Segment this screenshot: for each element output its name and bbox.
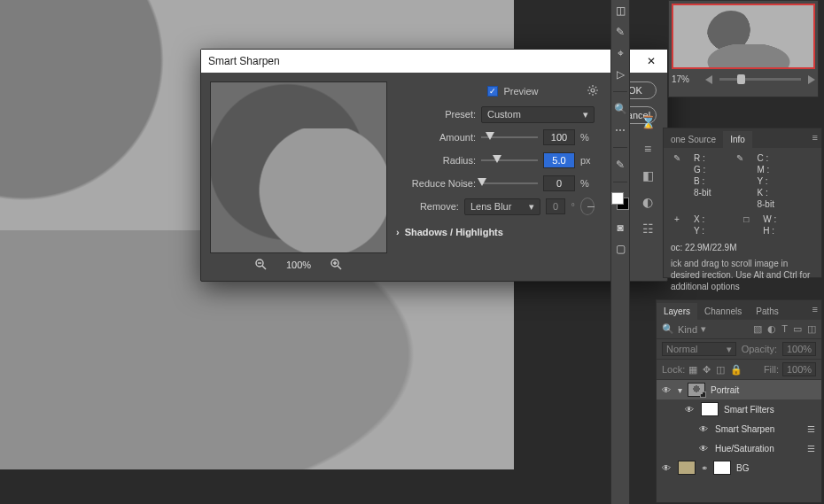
properties-panel-icon[interactable]: ◧ bbox=[642, 168, 654, 182]
blend-mode-select[interactable]: Normal▾ bbox=[662, 342, 736, 356]
preview-checkbox[interactable]: ✓ bbox=[487, 86, 498, 97]
filter-adjust-icon[interactable]: ◐ bbox=[767, 323, 776, 335]
preset-label: Preset: bbox=[396, 109, 476, 120]
noise-slider[interactable] bbox=[481, 175, 538, 191]
radius-slider[interactable] bbox=[481, 152, 538, 168]
more-tools-icon[interactable]: ⋯ bbox=[613, 123, 627, 137]
layer-filter-smart-sharpen[interactable]: 👁 Smart Sharpen ☰ bbox=[657, 419, 821, 438]
layer-filter-kind[interactable]: 🔍 Kind ▾ bbox=[662, 323, 750, 335]
layer-thumbnail[interactable] bbox=[678, 461, 696, 475]
close-icon[interactable]: ✕ bbox=[642, 55, 660, 67]
zoom-out-icon[interactable] bbox=[705, 75, 712, 84]
zoom-in-icon[interactable] bbox=[330, 259, 342, 270]
screenmode-icon[interactable]: ▢ bbox=[613, 242, 627, 256]
visibility-icon[interactable]: 👁 bbox=[697, 444, 710, 454]
pen-tool-icon[interactable]: ▷ bbox=[613, 67, 627, 81]
tab-paths[interactable]: Paths bbox=[749, 303, 786, 320]
collapsed-panels-strip: ⌛ ≡ ◧ ◐ ☷ bbox=[634, 115, 661, 236]
preview-thumbnail[interactable] bbox=[210, 81, 387, 253]
info-hint: ick and drag to scroll image in desired … bbox=[664, 256, 821, 298]
info-b: B : bbox=[694, 176, 711, 186]
lock-pixels-icon[interactable]: ▦ bbox=[688, 364, 697, 375]
chevron-down-icon: ▾ bbox=[583, 109, 588, 120]
zoom-in-icon[interactable] bbox=[808, 75, 815, 84]
layer-smart-filters[interactable]: 👁 Smart Filters bbox=[657, 399, 821, 419]
tab-clone-source[interactable]: one Source bbox=[664, 131, 723, 148]
navigator-zoom-slider[interactable] bbox=[719, 78, 801, 81]
layers-tree: 👁 ▾ Portrait 👁 Smart Filters 👁 Smart Sha… bbox=[657, 380, 821, 502]
panel-menu-icon[interactable]: ≡ bbox=[812, 132, 818, 143]
adjustments-panel-icon[interactable]: ◐ bbox=[642, 195, 653, 209]
amount-slider[interactable] bbox=[481, 129, 538, 145]
shadows-highlights-toggle[interactable]: › Shadows / Highlights bbox=[396, 227, 595, 237]
filter-type-icon[interactable]: T bbox=[781, 323, 788, 335]
fill-input[interactable]: 100% bbox=[782, 362, 816, 376]
angle-dial[interactable] bbox=[580, 198, 595, 215]
amount-unit: % bbox=[580, 132, 595, 143]
filter-mask-thumbnail[interactable] bbox=[701, 402, 719, 416]
zoom-tool-icon[interactable]: 🔍 bbox=[613, 102, 627, 116]
amount-input[interactable]: 100 bbox=[543, 129, 575, 145]
zoom-level: 100% bbox=[286, 260, 311, 270]
layer-mask-thumbnail[interactable] bbox=[713, 461, 731, 475]
chevron-down-icon: ▾ bbox=[529, 201, 534, 213]
zoom-out-icon[interactable] bbox=[255, 259, 267, 270]
history-panel-icon[interactable]: ⌛ bbox=[641, 115, 656, 129]
svg-line-4 bbox=[338, 266, 341, 269]
chevron-down-icon: ▾ bbox=[701, 323, 706, 335]
eyedropper-tool-icon[interactable]: ✎ bbox=[613, 25, 627, 39]
filter-shape-icon[interactable]: ▭ bbox=[793, 323, 802, 335]
actions-panel-icon[interactable]: ≡ bbox=[644, 142, 651, 156]
navigator-zoom-value: 17% bbox=[672, 74, 698, 84]
radius-input[interactable]: 5.0 bbox=[543, 152, 575, 168]
navigator-image[interactable] bbox=[672, 4, 815, 69]
preview-label: Preview bbox=[503, 86, 538, 97]
info-k: K : bbox=[757, 188, 773, 198]
lock-position-icon[interactable]: ✥ bbox=[703, 364, 711, 375]
svg-line-15 bbox=[595, 87, 596, 88]
visibility-icon[interactable]: 👁 bbox=[697, 424, 710, 434]
filter-blend-icon[interactable]: ☰ bbox=[804, 424, 818, 434]
svg-line-13 bbox=[595, 93, 596, 94]
panel-menu-icon[interactable]: ≡ bbox=[812, 304, 818, 314]
visibility-icon[interactable]: 👁 bbox=[660, 463, 672, 473]
edit-toolbar-icon[interactable]: ✎ bbox=[613, 158, 627, 172]
remove-angle-input[interactable]: 0 bbox=[546, 198, 565, 214]
navigator-panel: ≡ 17% bbox=[668, 0, 819, 97]
layer-portrait[interactable]: 👁 ▾ Portrait bbox=[657, 380, 821, 399]
frame-tool-icon[interactable]: ⌖ bbox=[613, 46, 627, 60]
info-g: G : bbox=[694, 165, 711, 174]
remove-select[interactable]: Lens Blur ▾ bbox=[464, 198, 540, 215]
visibility-icon[interactable]: 👁 bbox=[660, 385, 672, 395]
noise-input[interactable]: 0 bbox=[543, 175, 575, 191]
filter-smart-icon[interactable]: ◫ bbox=[807, 323, 816, 335]
crop-tool-icon[interactable]: ◫ bbox=[613, 4, 627, 18]
opacity-input[interactable]: 100% bbox=[782, 342, 816, 356]
preset-select[interactable]: Custom ▾ bbox=[481, 106, 595, 123]
info-h: H : bbox=[763, 226, 776, 236]
layer-thumbnail[interactable] bbox=[688, 383, 705, 397]
dimensions-icon: □ bbox=[740, 214, 752, 224]
tab-info[interactable]: Info bbox=[723, 131, 752, 148]
tab-channels[interactable]: Channels bbox=[697, 303, 749, 320]
lock-artboard-icon[interactable]: ◫ bbox=[716, 364, 725, 375]
lock-all-icon[interactable]: 🔒 bbox=[730, 364, 742, 375]
link-icon[interactable]: ⚭ bbox=[701, 463, 708, 473]
layer-filter-hue-saturation[interactable]: 👁 Hue/Saturation ☰ bbox=[657, 438, 821, 458]
quickmask-icon[interactable]: ◙ bbox=[613, 221, 627, 235]
dialog-titlebar[interactable]: Smart Sharpen ✕ bbox=[201, 50, 667, 73]
smart-sharpen-dialog: Smart Sharpen ✕ 100% OK Cancel ✓ Preview bbox=[200, 49, 668, 282]
layer-bg[interactable]: 👁 ⚭ BG bbox=[657, 458, 821, 477]
filter-pixel-icon[interactable]: ▧ bbox=[753, 323, 762, 335]
visibility-icon[interactable]: 👁 bbox=[683, 405, 696, 415]
filter-blend-icon[interactable]: ☰ bbox=[804, 444, 818, 454]
radius-label: Radius: bbox=[396, 155, 476, 166]
amount-label: Amount: bbox=[396, 132, 476, 143]
noise-label: Reduce Noise: bbox=[396, 178, 476, 189]
info-y2: Y : bbox=[694, 226, 704, 236]
radius-unit: px bbox=[580, 155, 595, 166]
chevron-down-icon[interactable]: ▾ bbox=[678, 385, 682, 395]
tab-layers[interactable]: Layers bbox=[657, 303, 697, 320]
foreground-swatch[interactable] bbox=[611, 192, 624, 205]
libraries-panel-icon[interactable]: ☷ bbox=[642, 221, 654, 236]
